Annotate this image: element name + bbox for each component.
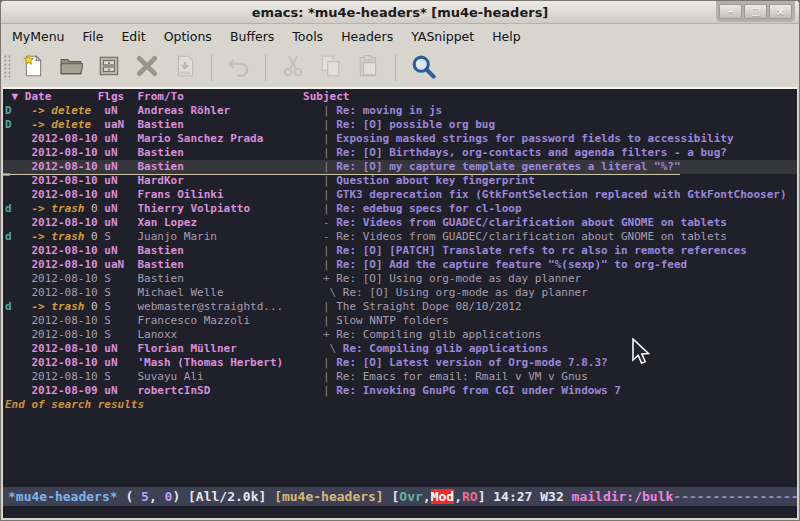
message-row[interactable]: 2012-08-10 uN Frans Oilinki | GTK3 depre… <box>3 188 797 202</box>
from-field: Bastien <box>137 244 316 257</box>
action-label: -> trash <box>32 230 85 243</box>
subject-field: Re: [O] Add the capture feature "%(sexp)… <box>336 258 687 271</box>
modeline-segment-plain: 14:27 W32 <box>493 489 571 504</box>
menu-yasnippet[interactable]: YASnippet <box>402 26 483 47</box>
message-row[interactable]: 2012-08-10 uN Mario Sanchez Prada | Expo… <box>3 132 797 146</box>
subject-field: Re: [O] my capture template generates a … <box>336 160 680 173</box>
mu4e-headers-buffer: ▼ Date Flgs From/To Subject D -> delete … <box>3 87 797 487</box>
mark-indicator <box>5 356 32 369</box>
menu-tools[interactable]: Tools <box>283 26 332 47</box>
echo-area <box>3 506 797 518</box>
modeline-segment-num: 5 <box>141 489 149 504</box>
thread-separator: | <box>316 356 336 369</box>
subject-field: Re: Videos from GUADEC/clarification abo… <box>336 230 727 243</box>
message-row[interactable]: 2012-08-10 S Michael Welle \ Re: [O] Usi… <box>3 286 797 300</box>
message-row[interactable]: 2012-08-10 uN Florian Müllner \ Re: Comp… <box>3 342 797 356</box>
thread-separator: | <box>316 132 336 145</box>
date-field: 2012-08-10 <box>32 272 105 285</box>
modeline-segment-plain: , <box>149 489 165 504</box>
undo-icon <box>227 54 251 82</box>
modeline-segment-ro: RO <box>462 489 478 504</box>
subject-field: Re: [O] [PATCH] Translate refs to rc als… <box>336 244 747 257</box>
subject-field: Re: [O] Using org-mode as day planner <box>336 272 581 285</box>
flags-field: uN <box>104 174 137 187</box>
modeline-segment-maildir: maildir:/bulk <box>572 489 674 504</box>
message-row[interactable]: D -> delete uaN Bastien | Re: [O] possib… <box>3 118 797 132</box>
mark-indicator <box>5 328 32 341</box>
toolbar-close-button[interactable] <box>129 51 164 84</box>
subject-field: Re: [O] Birthdays, org-contacts and agen… <box>336 146 727 159</box>
menu-buffers[interactable]: Buffers <box>221 26 283 47</box>
from-field: Bastien <box>137 258 316 271</box>
modeline-segment-mod: Mod <box>431 489 454 504</box>
message-row[interactable]: d -> trash 0 S Juanjo Marin - Re: Videos… <box>3 230 797 244</box>
toolbar-search-button[interactable] <box>405 51 440 84</box>
subject-field: Re: edebug specs for cl-loop <box>336 202 521 215</box>
message-row[interactable]: 2012-08-10 uaN Bastien | Re: [O] Add the… <box>3 258 797 272</box>
minimize-button[interactable]: – <box>719 4 742 19</box>
thread-separator: | <box>316 370 336 383</box>
toolbar-open-folder-button[interactable] <box>53 51 88 84</box>
message-row[interactable]: 2012-08-10 uN 'Mash (Thomas Herbert) | R… <box>3 356 797 370</box>
mark-indicator: D <box>5 118 32 131</box>
size-value: 0 <box>84 300 97 313</box>
subject-field: Re: Compiling glib applications <box>343 342 548 355</box>
thread-separator: \ <box>316 286 343 299</box>
date-field: -> trash 0 <box>32 202 105 215</box>
message-row[interactable]: 2012-08-10 uN Bastien | Re: [O] [PATCH] … <box>3 244 797 258</box>
message-row[interactable]: 2012-08-10 uN HardKor | Question about k… <box>3 174 797 188</box>
toolbar-paste-button <box>351 51 386 84</box>
toolbar-new-file-button[interactable] <box>15 51 50 84</box>
menu-headers[interactable]: Headers <box>332 26 402 47</box>
message-row[interactable]: 2012-08-10 uN Xan Lopez - Re: Videos fro… <box>3 216 797 230</box>
maximize-button[interactable]: □ <box>744 4 767 19</box>
modeline-segment-plain: ] <box>478 489 494 504</box>
message-row[interactable]: 2012-08-10 S Bastien + Re: [O] Using org… <box>3 272 797 286</box>
flags-field: uN <box>104 104 137 117</box>
headers-column-header[interactable]: ▼ Date Flgs From/To Subject <box>3 89 797 104</box>
thread-separator: | <box>316 160 336 173</box>
menu-mymenu[interactable]: MyMenu <box>3 26 74 47</box>
subject-field: Re: Invoking GnuPG from CGI under Window… <box>336 384 621 397</box>
action-label: -> delete <box>32 104 92 117</box>
subject-field: Re: Emacs for email: Rmail v VM v Gnus <box>336 370 588 383</box>
thread-separator: | <box>316 300 336 313</box>
modeline-segment-plain: [All/2.0k] <box>188 489 274 504</box>
menu-options[interactable]: Options <box>155 26 221 47</box>
thread-separator: - <box>316 230 336 243</box>
paste-icon <box>357 54 381 82</box>
subject-field: Slow NNTP folders <box>336 314 449 327</box>
message-row[interactable]: 2012-08-10 S Lanoxx + Re: Compiling glib… <box>3 328 797 342</box>
modeline-segment-ovr: Ovr <box>399 489 422 504</box>
message-row[interactable]: 2012-08-10 S Francesco Mazzoli | Slow NN… <box>3 314 797 328</box>
message-row[interactable]: 2012-08-10 S Suvayu Ali | Re: Emacs for … <box>3 370 797 384</box>
menu-help[interactable]: Help <box>483 26 530 47</box>
from-field: Bastien <box>137 118 316 131</box>
subject-field: Question about key fingerprint <box>336 174 535 187</box>
message-row[interactable]: d -> trash 0 uN Thierry Volpiatto | Re: … <box>3 202 797 216</box>
message-row[interactable]: 2012-08-09 uN robertcInSD | Re: Invoking… <box>3 384 797 398</box>
mark-indicator <box>5 370 32 383</box>
subject-field: Re: Videos from GUADEC/clarification abo… <box>336 216 727 229</box>
toolbar-save-button[interactable] <box>91 51 126 84</box>
mark-indicator: D <box>5 104 32 117</box>
new-file-icon <box>21 54 45 82</box>
action-label: -> delete <box>32 118 92 131</box>
from-field: Francesco Mazzoli <box>137 314 316 327</box>
message-row[interactable]: d -> trash 0 S webmaster@straightd... | … <box>3 300 797 314</box>
toolbar-grip-handle[interactable] <box>4 55 12 80</box>
modeline-segment-dashes: ----------------------------------------… <box>673 489 797 504</box>
mark-indicator <box>5 132 32 145</box>
thread-separator: | <box>316 188 336 201</box>
message-row[interactable]: D -> delete uN Andreas Röhler | Re: movi… <box>3 104 797 118</box>
toolbar-cut-button <box>275 51 310 84</box>
message-row[interactable]: 2012-08-10 uN Bastien | Re: [O] Birthday… <box>3 146 797 160</box>
message-row[interactable]: 2012-08-10 uN Bastien | Re: [O] my captu… <box>3 160 797 174</box>
size-value: 0 <box>84 230 97 243</box>
menu-edit[interactable]: Edit <box>112 26 154 47</box>
close-button[interactable]: × <box>769 4 792 19</box>
menu-file[interactable]: File <box>74 26 113 47</box>
window-title: emacs: *mu4e-headers* [mu4e-headers] <box>252 5 549 20</box>
subject-field: Re: [O] possible org bug <box>336 118 495 131</box>
title-bar: emacs: *mu4e-headers* [mu4e-headers] –□× <box>1 1 799 24</box>
